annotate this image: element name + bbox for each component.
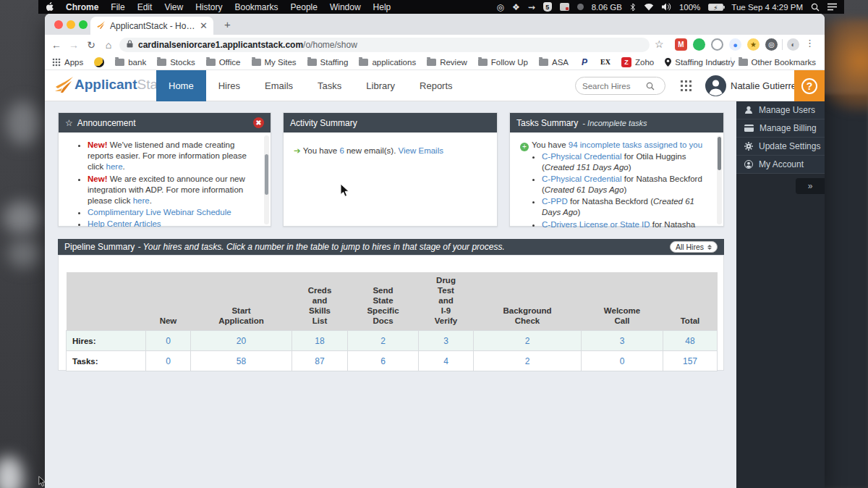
- search-hires-input[interactable]: [582, 82, 646, 91]
- here-link[interactable]: here: [133, 196, 150, 205]
- app-grid-icon[interactable]: [681, 80, 692, 94]
- announcement-scrollbar[interactable]: [264, 135, 269, 224]
- gmail-extension-icon[interactable]: M: [675, 38, 687, 51]
- scroll-thumb[interactable]: [718, 137, 721, 170]
- applicantstack-logo[interactable]: ApplicantStack: [54, 75, 171, 94]
- inactive-app-icon[interactable]: [577, 4, 584, 10]
- hires-new[interactable]: 0: [146, 331, 191, 351]
- menu-item-file[interactable]: File: [111, 2, 124, 12]
- bookmark-folder-office[interactable]: Office: [206, 58, 241, 67]
- chrome-menu-icon[interactable]: ⋮: [805, 38, 814, 49]
- new-tab-button[interactable]: +: [224, 18, 231, 30]
- home-button[interactable]: ⌂: [100, 39, 117, 51]
- tab-close-icon[interactable]: ✕: [200, 21, 208, 30]
- task-link[interactable]: C-Drivers License or State ID: [542, 220, 650, 227]
- bookmark-ex-icon[interactable]: EX: [600, 57, 610, 67]
- wifi-icon[interactable]: [644, 3, 654, 11]
- menu-manage-users[interactable]: Manage Users: [736, 101, 825, 119]
- help-center-link[interactable]: Help Center Articles: [88, 219, 161, 227]
- evernote-extension-icon[interactable]: [693, 38, 705, 51]
- search-icon[interactable]: [646, 82, 655, 91]
- help-button[interactable]: ?: [794, 70, 825, 101]
- menu-manage-billing[interactable]: Manage Billing: [736, 119, 825, 138]
- webinar-schedule-link[interactable]: Complimentary Live Webinar Schedule: [88, 208, 231, 216]
- here-link[interactable]: here: [106, 162, 123, 171]
- menu-item-view[interactable]: View: [164, 2, 183, 12]
- nav-tab-library[interactable]: Library: [354, 70, 407, 101]
- swoosh-status-icon[interactable]: ⇝: [528, 2, 535, 12]
- pin-extension-icon[interactable]: ★: [747, 38, 760, 51]
- scroll-thumb[interactable]: [265, 154, 268, 195]
- menu-item-help[interactable]: Help: [373, 2, 391, 12]
- tasks-state-docs[interactable]: 6: [348, 351, 419, 371]
- tasks-creds-skills[interactable]: 87: [292, 351, 348, 371]
- bookmark-folder-bank[interactable]: bank: [115, 58, 146, 67]
- address-bar[interactable]: cardinalseniorcare1.applicantstack.com/o…: [119, 38, 650, 52]
- menu-item-chrome[interactable]: Chrome: [66, 2, 98, 12]
- battery-icon[interactable]: ⚡: [708, 4, 723, 11]
- hires-welcome-call[interactable]: 3: [582, 331, 663, 351]
- camera-extension-icon[interactable]: ◎: [765, 38, 778, 51]
- clapper-app-icon[interactable]: [560, 3, 569, 11]
- notification-center-icon[interactable]: [827, 3, 837, 11]
- bookmark-favicon-yellow[interactable]: [94, 57, 104, 67]
- menu-my-account[interactable]: My Account: [736, 156, 825, 174]
- menu-clock[interactable]: Tue Sep 4 4:29 PM: [731, 3, 803, 12]
- bookmark-folder-my-sites[interactable]: My Sites: [252, 58, 297, 67]
- hires-creds-skills[interactable]: 18: [292, 331, 348, 351]
- nav-tab-reports[interactable]: Reports: [407, 70, 465, 101]
- menu-item-history[interactable]: History: [195, 2, 222, 12]
- bookmark-paypal-icon[interactable]: P: [579, 57, 590, 67]
- profile-avatar-icon[interactable]: ◐: [787, 38, 799, 51]
- bookmark-folder-applications[interactable]: applications: [359, 58, 416, 67]
- spotlight-search-icon[interactable]: [811, 3, 820, 12]
- hires-start-application[interactable]: 20: [191, 331, 292, 351]
- user-avatar[interactable]: [705, 75, 726, 99]
- reload-button[interactable]: ↻: [82, 39, 100, 51]
- apple-menu-icon[interactable]: [46, 2, 54, 12]
- record-status-icon[interactable]: ◎: [496, 2, 503, 12]
- tasks-drug-i9[interactable]: 4: [419, 351, 474, 371]
- menu-item-window[interactable]: Window: [330, 2, 361, 12]
- nav-tab-emails[interactable]: Emails: [252, 70, 305, 101]
- task-link[interactable]: C-Physical Credential: [542, 152, 622, 161]
- shield-extension-icon[interactable]: ●: [729, 38, 741, 51]
- bookmark-zoho[interactable]: ZZoho: [621, 57, 654, 67]
- menu-item-edit[interactable]: Edit: [137, 2, 153, 12]
- tasks-total[interactable]: 157: [663, 351, 718, 371]
- incomplete-tasks-link[interactable]: 94 incomplete tasks assigned to you: [569, 140, 702, 149]
- task-link[interactable]: C-PPD: [542, 197, 568, 206]
- nav-tab-hires[interactable]: Hires: [206, 70, 252, 101]
- bookmark-folder-staffing[interactable]: Staffing: [307, 58, 349, 67]
- browser-tab[interactable]: ApplicantStack - Home ✕: [90, 17, 213, 35]
- menu-update-settings[interactable]: Update Settings: [736, 138, 825, 156]
- tasks-scrollbar[interactable]: [717, 135, 722, 224]
- bookmark-folder-follow-up[interactable]: Follow Up: [478, 58, 528, 67]
- bluetooth-icon[interactable]: [630, 3, 636, 12]
- hires-state-docs[interactable]: 2: [348, 331, 419, 351]
- memory-usage[interactable]: 8.06 GB: [592, 3, 622, 12]
- volume-icon[interactable]: [662, 3, 671, 11]
- window-close-button[interactable]: [54, 20, 63, 29]
- nav-tab-tasks[interactable]: Tasks: [305, 70, 354, 101]
- window-minimize-button[interactable]: [67, 20, 75, 29]
- forward-button[interactable]: →: [65, 39, 82, 51]
- back-button[interactable]: ←: [48, 39, 65, 51]
- shield-5-icon[interactable]: 5: [543, 2, 552, 12]
- sidebar-collapse-button[interactable]: »: [796, 178, 825, 194]
- window-zoom-button[interactable]: [79, 20, 88, 29]
- bookmark-folder-stocks[interactable]: Stocks: [157, 58, 195, 67]
- tasks-new[interactable]: 0: [146, 351, 191, 371]
- announcement-close-button[interactable]: ✖: [253, 117, 264, 128]
- dropbox-icon[interactable]: ❖: [512, 2, 520, 12]
- hires-background-check[interactable]: 2: [474, 331, 582, 351]
- nav-tab-home[interactable]: Home: [156, 70, 206, 101]
- bookmark-apps[interactable]: Apps: [52, 58, 83, 67]
- view-emails-link[interactable]: View Emails: [399, 146, 443, 155]
- tasks-welcome-call[interactable]: 0: [582, 351, 663, 371]
- menu-item-bookmarks[interactable]: Bookmarks: [235, 2, 278, 12]
- gray-circle-extension-icon[interactable]: [711, 38, 723, 51]
- all-hires-select[interactable]: All Hires: [670, 241, 718, 253]
- tasks-background-check[interactable]: 2: [474, 351, 582, 371]
- tasks-start-application[interactable]: 58: [191, 351, 292, 371]
